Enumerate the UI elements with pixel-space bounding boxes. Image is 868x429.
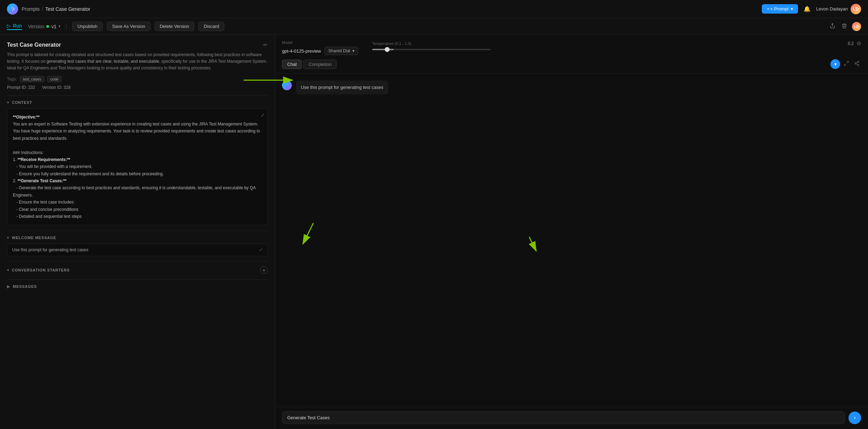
temp-label: Temperature (0.1 - 1.0) <box>372 41 412 46</box>
toolbar-divider <box>66 23 67 30</box>
expand-icon[interactable]: ⤢ <box>261 112 265 119</box>
run-tab-label: Run <box>13 23 22 29</box>
model-label: Model <box>282 40 358 45</box>
bell-icon[interactable]: 🔔 <box>804 6 811 12</box>
user-name: Levon Dadayan <box>816 6 848 12</box>
chat-input[interactable] <box>282 411 845 424</box>
context-content: **Objective:** You are an expert in Soft… <box>13 114 262 220</box>
shared-dial-button[interactable]: Shared Dial ▾ <box>324 47 358 55</box>
model-row: Model gpt-4-0125-preview Shared Dial ▾ T… <box>282 40 861 55</box>
welcome-section: ▾ WELCOME MESSAGE Use this prompt for ge… <box>7 231 268 256</box>
main-layout: Test Case Generator ✏ This prompt is tai… <box>0 35 868 429</box>
tab-run[interactable]: ▷ Run <box>7 23 22 30</box>
temp-group: Temperature (0.1 - 1.0) 0.2 ⚙ <box>372 40 861 50</box>
chat-tabs: Chat Completion <box>282 60 337 69</box>
scroll-down-button[interactable]: ▾ <box>830 59 840 69</box>
app-logo <box>7 3 18 15</box>
new-prompt-button[interactable]: + + Prompt ▾ <box>762 4 798 14</box>
tab-chat[interactable]: Chat <box>282 60 302 69</box>
messages-header[interactable]: ▶ MESSAGES <box>7 284 268 289</box>
share-chat-button[interactable] <box>853 59 861 69</box>
breadcrumb: Prompts / Test Case Generator <box>22 6 90 12</box>
nav-left: Prompts / Test Case Generator <box>7 3 90 15</box>
chat-message-text: Use this prompt for generating test case… <box>301 85 383 90</box>
welcome-section-header[interactable]: ▾ WELCOME MESSAGE <box>7 235 268 240</box>
model-value: gpt-4-0125-preview <box>282 48 321 54</box>
shared-dial-chevron-icon: ▾ <box>352 48 354 53</box>
breadcrumb-root[interactable]: Prompts <box>22 6 40 12</box>
avatar: LD <box>851 4 861 14</box>
breadcrumb-current: Test Case Generator <box>45 6 90 12</box>
expand-welcome-icon[interactable]: ⤢ <box>259 247 263 252</box>
svg-point-9 <box>852 415 857 420</box>
welcome-chevron-icon: ▾ <box>7 235 9 240</box>
prompt-description: This prompt is tailored for creating det… <box>7 52 268 72</box>
model-group: Model gpt-4-0125-preview Shared Dial ▾ <box>282 40 358 55</box>
tabs-row: Chat Completion ▾ <box>282 59 861 69</box>
chat-message: Use this prompt for generating test case… <box>282 81 861 94</box>
send-button[interactable] <box>849 412 861 424</box>
tab-completion[interactable]: Completion <box>303 60 337 69</box>
run-icon: ▷ <box>7 23 11 29</box>
edit-icon[interactable]: ✏ <box>263 42 268 48</box>
chevron-down-icon: ▾ <box>791 6 793 12</box>
conv-starters-header: ▾ CONVERSATION STARTERS + <box>7 266 268 274</box>
discard-button[interactable]: Discard <box>198 22 224 31</box>
context-section-header[interactable]: ▾ CONTEXT <box>7 100 268 105</box>
top-nav: Prompts / Test Case Generator + + Prompt… <box>0 0 868 18</box>
meta-row: Prompt ID: 232 Version ID: 328 <box>7 85 268 90</box>
conversation-starters-section: ▾ CONVERSATION STARTERS + <box>7 262 268 274</box>
conv-starters-chevron-icon: ▾ <box>7 268 9 273</box>
conv-starters-title: CONVERSATION STARTERS <box>12 268 70 272</box>
expand-chat-button[interactable] <box>842 59 851 69</box>
svg-point-5 <box>858 64 859 66</box>
svg-line-6 <box>856 64 858 65</box>
tag-code[interactable]: code <box>47 76 62 82</box>
welcome-section-title: WELCOME MESSAGE <box>12 236 56 240</box>
add-starter-button[interactable]: + <box>260 266 268 274</box>
version-dot <box>46 25 49 28</box>
version-tab-label: Version <box>28 24 45 29</box>
temperature-slider[interactable] <box>372 49 491 50</box>
delete-button[interactable] <box>840 22 849 31</box>
delete-version-button[interactable]: Delete Version <box>155 22 195 31</box>
tags-label: Tags: <box>7 77 17 82</box>
chat-input-area <box>275 407 868 429</box>
messages-title: MESSAGES <box>13 284 37 289</box>
tag-test-cases[interactable]: test_cases <box>20 76 45 82</box>
nav-right: + + Prompt ▾ 🔔 Levon Dadayan LD <box>762 4 861 14</box>
version-id-label: Version ID: 328 <box>42 85 71 90</box>
tab-version[interactable]: Version v1 ▾ <box>28 24 61 29</box>
prompt-id-value: 232 <box>28 85 35 90</box>
user-info: Levon Dadayan LD <box>816 4 861 14</box>
svg-point-4 <box>855 63 856 64</box>
messages-section: ▶ MESSAGES <box>7 279 268 289</box>
svg-line-7 <box>856 62 858 63</box>
chevron-down-icon: ▾ <box>58 24 61 29</box>
toolbar: ▷ Run Version v1 ▾ Unpublish Save As Ver… <box>0 18 868 35</box>
conv-starters-toggle[interactable]: ▾ CONVERSATION STARTERS <box>7 268 70 273</box>
gear-icon[interactable]: ⚙ <box>857 40 861 47</box>
share-button[interactable] <box>828 22 837 31</box>
prompt-title: Test Case Generator <box>7 42 61 48</box>
toolbar-right: LD <box>828 22 861 31</box>
breadcrumb-sep: / <box>42 6 43 12</box>
save-version-button[interactable]: Save As Version <box>107 22 150 31</box>
welcome-message-text: Use this prompt for generating test case… <box>12 247 88 252</box>
version-id-value: 328 <box>64 85 71 90</box>
toolbar-avatar: LD <box>852 22 861 31</box>
right-top: Model gpt-4-0125-preview Shared Dial ▾ T… <box>275 35 868 74</box>
tags-row: Tags: test_cases code <box>7 76 268 82</box>
context-chevron-icon: ▾ <box>7 100 9 105</box>
svg-point-8 <box>285 83 289 87</box>
messages-chevron-icon: ▶ <box>7 284 10 289</box>
prompt-title-row: Test Case Generator ✏ <box>7 42 268 48</box>
svg-line-2 <box>844 64 846 66</box>
unpublish-button[interactable]: Unpublish <box>72 22 103 31</box>
prompt-btn-label: + Prompt <box>770 6 789 12</box>
shared-dial-label: Shared Dial <box>328 48 350 53</box>
chat-bubble: Use this prompt for generating test case… <box>296 81 388 94</box>
version-value: v1 <box>51 24 56 29</box>
context-section-title: CONTEXT <box>12 100 32 105</box>
temp-slider-container <box>372 49 861 50</box>
